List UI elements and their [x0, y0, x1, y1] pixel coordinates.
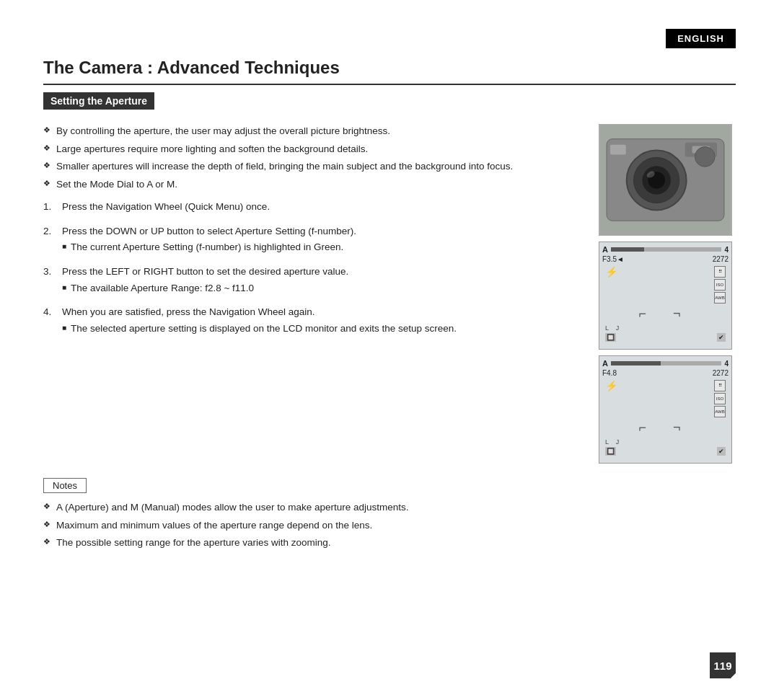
page-title: The Camera : Advanced Techniques	[43, 58, 736, 85]
lcd2-bottom-icons: 🔲 ✔	[602, 446, 729, 457]
lcd2-bar	[611, 361, 721, 365]
list-item: Large apertures require more lighting an…	[43, 142, 584, 156]
list-item: Set the Mode Dial to A or M.	[43, 177, 584, 192]
step-number: 2.	[43, 224, 58, 239]
lcd1-mode: A	[602, 245, 608, 254]
intro-bullet-list: By controlling the aperture, the user ma…	[43, 124, 584, 191]
lcd2-icon-iso: ISO	[714, 393, 726, 404]
camera-svg	[599, 125, 731, 235]
lcd2-mode: A	[602, 359, 608, 368]
lcd1-flash-icon: ⚡	[605, 266, 617, 278]
step-item: 1. Press the Navigation Wheel (Quick Men…	[43, 200, 584, 214]
lcd2-icon-grid: ⠿	[714, 380, 726, 391]
lcd1-icon-awb: AWB	[714, 292, 726, 304]
step-text: Press the DOWN or UP button to select Ap…	[62, 224, 356, 239]
list-item: By controlling the aperture, the user ma…	[43, 124, 584, 138]
text-column: By controlling the aperture, the user ma…	[43, 124, 584, 464]
lcd1-count: 2272	[713, 255, 729, 263]
lcd1-icon-iso: ISO	[714, 279, 726, 291]
lcd-screen-1: A 4 F3.5◄ 2272 ⚡ ⠿	[599, 242, 732, 350]
lcd1-bottom-right-icon: ✔	[717, 333, 726, 342]
list-item: Smaller apertures will increase the dept…	[43, 159, 584, 174]
list-item: The possible setting range for the apert…	[43, 536, 736, 550]
lcd2-count: 2272	[713, 369, 729, 377]
lcd2-icon-awb: AWB	[714, 406, 726, 417]
step-sub: The selected aperture setting is display…	[62, 322, 584, 336]
step-item: 4. When you are satisfied, press the Nav…	[43, 305, 584, 335]
step-sub: The current Aperture Setting (f-number) …	[62, 240, 584, 254]
lcd1-icon-grid: ⠿	[714, 266, 726, 278]
step-number: 1.	[43, 200, 58, 214]
main-content: By controlling the aperture, the user ma…	[43, 124, 736, 464]
notes-box: Notes	[43, 478, 87, 493]
lcd2-bracket-area: ⌐ ¬	[602, 420, 729, 435]
step-text: When you are satisfied, press the Naviga…	[62, 305, 314, 319]
lcd1-bracket-area: ⌐ ¬	[602, 306, 729, 322]
steps-list: 1. Press the Navigation Wheel (Quick Men…	[43, 200, 584, 335]
images-column: A 4 F3.5◄ 2272 ⚡ ⠿	[599, 124, 736, 464]
lcd1-number: 4	[724, 246, 729, 254]
lcd2-bottom-left-icon: 🔲	[605, 447, 616, 456]
step-number: 3.	[43, 265, 58, 279]
step-text: Press the LEFT or RIGHT button to set th…	[62, 265, 348, 279]
step-item: 2. Press the DOWN or UP button to select…	[43, 224, 584, 254]
lcd2-bottom-right-icon: ✔	[717, 447, 726, 456]
page-number: 119	[710, 652, 736, 678]
camera-photo	[599, 124, 732, 236]
step-sub: The available Aperture Range: f2.8 ~ f11…	[62, 281, 584, 296]
step-text: Press the Navigation Wheel (Quick Menu) …	[62, 200, 270, 214]
svg-rect-10	[610, 145, 626, 155]
lcd-screen-2: A 4 F4.8 2272 ⚡ ⠿ ISO AWB	[599, 355, 732, 464]
step-item: 3. Press the LEFT or RIGHT button to set…	[43, 265, 584, 295]
lcd1-bottom-left-icon: 🔲	[605, 333, 616, 342]
lcd2-flash-icon: ⚡	[605, 380, 617, 391]
list-item: A (Aperture) and M (Manual) modes allow …	[43, 500, 736, 515]
list-item: Maximum and minimum values of the apertu…	[43, 518, 736, 533]
lcd2-fnum: F4.8	[602, 369, 617, 377]
notes-section: Notes A (Aperture) and M (Manual) modes …	[43, 478, 736, 550]
english-badge: ENGLISH	[666, 29, 736, 48]
notes-bullet-list: A (Aperture) and M (Manual) modes allow …	[43, 500, 736, 550]
section-heading: Setting the Aperture	[43, 92, 154, 110]
lcd1-bar	[611, 247, 721, 252]
lcd2-number: 4	[724, 360, 729, 368]
step-number: 4.	[43, 305, 58, 319]
page: ENGLISH The Camera : Advanced Techniques…	[0, 0, 779, 700]
lcd1-fnum: F3.5◄	[602, 255, 624, 263]
svg-point-9	[695, 147, 715, 167]
lcd1-bottom-icons: 🔲 ✔	[602, 332, 729, 343]
